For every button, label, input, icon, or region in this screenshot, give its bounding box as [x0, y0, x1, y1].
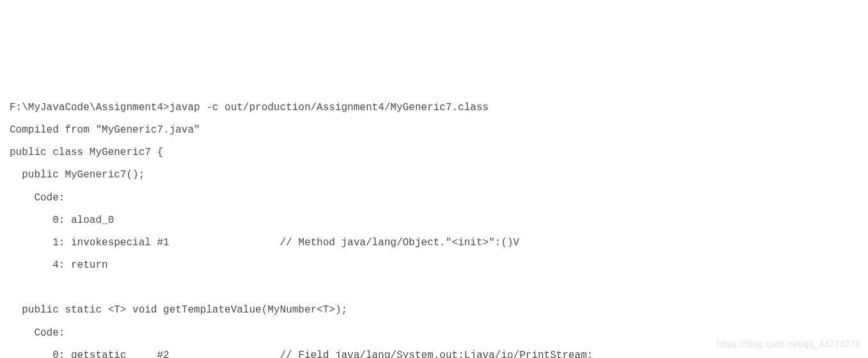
code-output: F:\MyJavaCode\Assignment4>javap -c out/p… [10, 97, 858, 358]
code-line: F:\MyJavaCode\Assignment4>javap -c out/p… [10, 102, 489, 113]
code-line: public class MyGeneric7 { [10, 147, 163, 158]
code-line: public static <T> void getTemplateValue(… [10, 304, 347, 316]
code-line: 0: aload_0 [10, 215, 114, 226]
code-line: Code: [10, 327, 65, 339]
watermark-text: https://blog.csdn.net/qq_44274276 [716, 334, 860, 354]
code-line: Compiled from "MyGeneric7.java" [10, 124, 200, 136]
code-line: public MyGeneric7(); [10, 169, 145, 181]
code-line: Code: [10, 192, 65, 204]
code-line: 0: getstatic #2 // Field java/lang/Syste… [10, 350, 593, 358]
code-line: 4: return [10, 259, 108, 271]
code-line: 1: invokespecial #1 // Method java/lang/… [10, 237, 519, 248]
